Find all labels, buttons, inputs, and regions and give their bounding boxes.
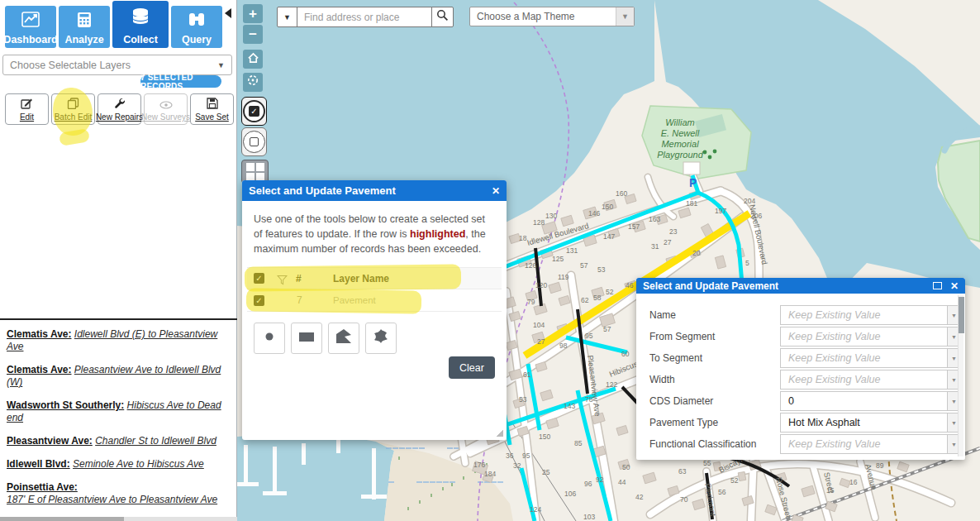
tab-query[interactable]: Query <box>171 6 222 48</box>
sidebar: Dashboard Analyze Collect Query Choose S… <box>0 0 237 521</box>
new-repairs-button[interactable]: New Repairs <box>98 93 141 125</box>
resize-handle[interactable] <box>497 430 503 437</box>
search-button[interactable] <box>431 7 454 27</box>
batch-edit-icon <box>67 98 79 112</box>
street-link[interactable]: Pleasantview Ave: Chandler St to Idlewel… <box>7 435 232 447</box>
svg-text:106: 106 <box>564 490 576 498</box>
horizontal-scrollbar[interactable] <box>0 517 237 521</box>
svg-text:146: 146 <box>588 209 600 217</box>
svg-text:Memorial: Memorial <box>661 139 699 149</box>
svg-text:32: 32 <box>513 461 521 470</box>
square-icon <box>250 137 259 146</box>
map-theme-value: Choose a Map Theme <box>477 11 575 22</box>
freehand-tool-icon <box>372 327 390 349</box>
field-row: Functional ClassificationKeep Existing V… <box>636 433 965 455</box>
svg-text:126: 126 <box>525 261 536 270</box>
select-mode-button[interactable]: ✓ <box>241 97 267 126</box>
vertical-scrollbar[interactable] <box>958 295 963 456</box>
svg-text:61: 61 <box>523 370 531 379</box>
search-icon <box>436 9 449 25</box>
dialog-header[interactable]: Select and Update Pavement ✕ <box>242 180 507 201</box>
svg-text:157: 157 <box>628 222 640 231</box>
point-select-tool[interactable] <box>254 323 285 354</box>
field-input[interactable]: Hot Mix Asphalt <box>780 413 948 433</box>
record-count: 7 <box>297 294 302 306</box>
field-input[interactable]: Keep Existing Value <box>780 434 948 454</box>
rectangle-select-button[interactable] <box>241 127 267 156</box>
field-input[interactable]: Keep Existing Value <box>780 305 948 325</box>
count-column-header: # <box>296 273 302 284</box>
svg-text:44: 44 <box>618 478 626 486</box>
calculator-icon <box>59 12 110 28</box>
field-input[interactable]: Keep Existing Value <box>780 327 948 347</box>
svg-text:53: 53 <box>597 265 606 274</box>
checked-checkbox-icon[interactable]: ✓ <box>254 295 264 306</box>
chevron-down-icon: ▼ <box>217 61 225 69</box>
search-input[interactable] <box>297 7 432 27</box>
rectangle-select-tool[interactable] <box>291 323 322 354</box>
field-row: From SegmentKeep Existing Value▼ <box>636 326 965 347</box>
svg-text:23: 23 <box>669 227 678 236</box>
close-icon[interactable]: ✕ <box>492 185 500 197</box>
svg-text:52: 52 <box>606 288 614 296</box>
selected-records-badge: 7 SELECTED RECORDS <box>140 75 221 88</box>
layers-dropdown-placeholder: Choose Selectable Layers <box>10 60 131 71</box>
filter-icon[interactable] <box>277 274 288 289</box>
field-input[interactable]: Keep Existing Value <box>780 370 948 390</box>
home-button[interactable] <box>243 50 263 69</box>
svg-text:89: 89 <box>876 461 884 470</box>
svg-text:36: 36 <box>506 452 514 460</box>
wrench-icon <box>114 98 126 112</box>
dialog-header[interactable]: Select and Update Pavement ✕ <box>636 278 965 294</box>
svg-text:P: P <box>689 176 697 189</box>
field-label: Pavement Type <box>649 417 718 428</box>
binoculars-icon <box>171 12 222 27</box>
eye-icon <box>159 98 173 112</box>
svg-text:184: 184 <box>484 470 496 478</box>
layer-table-header: ✓ # Layer Name <box>247 267 502 289</box>
save-set-button[interactable]: Save Set <box>190 93 234 125</box>
collapse-panel-icon[interactable] <box>225 8 231 18</box>
svg-text:63: 63 <box>678 467 687 476</box>
app-window: 1601501461301281815716318119720420614723… <box>0 0 980 521</box>
layer-table-row-pavement[interactable]: ✓ 7 Pavement <box>247 289 502 312</box>
svg-text:57: 57 <box>603 325 611 333</box>
svg-text:128: 128 <box>533 218 545 227</box>
svg-text:William: William <box>665 117 694 127</box>
street-link[interactable]: Poinsettia Ave: 187' E of Pleasantview A… <box>7 481 232 506</box>
edit-button[interactable]: Edit <box>5 93 49 125</box>
svg-text:125: 125 <box>552 255 564 263</box>
tab-collect[interactable]: Collect <box>112 1 169 48</box>
close-icon[interactable]: ✕ <box>950 280 959 292</box>
polygon-select-tool[interactable] <box>328 323 359 354</box>
maximize-icon[interactable] <box>933 282 942 289</box>
field-row: CDS Diameter0▼ <box>636 390 965 412</box>
map-theme-select[interactable]: Choose a Map Theme ▼ <box>469 7 635 26</box>
svg-text:27: 27 <box>664 238 672 246</box>
locate-button[interactable] <box>243 73 263 92</box>
zoom-in-button[interactable]: + <box>243 4 263 23</box>
street-link[interactable]: Idlewell Blvd: Seminole Ave to Hibiscus … <box>7 458 232 471</box>
field-input[interactable]: Keep Existing Value <box>780 348 948 368</box>
field-input[interactable]: 0 <box>780 391 948 411</box>
home-icon <box>247 51 259 68</box>
search-source-caret[interactable]: ▼ <box>277 7 297 27</box>
street-link[interactable]: Wadsworth St Southerly: Hibiscus Ave to … <box>7 399 232 424</box>
svg-text:70: 70 <box>680 495 688 504</box>
street-link[interactable]: Clematis Ave: Idlewell Blvd (E) to Pleas… <box>7 328 232 353</box>
freehand-select-tool[interactable] <box>365 323 397 354</box>
street-link[interactable]: Clematis Ave: Pleasantview Ave to Idlewe… <box>7 364 232 389</box>
rectangle-tool-icon <box>297 327 316 349</box>
field-label: Width <box>649 374 675 385</box>
update-pavement-dialog: Select and Update Pavement ✕ NameKeep Ex… <box>636 278 965 460</box>
zoom-out-button[interactable]: − <box>243 25 263 44</box>
point-tool-icon <box>260 327 278 349</box>
tab-dashboard[interactable]: Dashboard <box>5 6 56 48</box>
layer-name: Pavement <box>333 295 376 305</box>
checked-checkbox-icon[interactable]: ✓ <box>254 273 264 284</box>
clear-button[interactable]: Clear <box>449 356 495 379</box>
tab-analyze[interactable]: Analyze <box>59 6 110 48</box>
floppy-icon <box>207 98 218 112</box>
svg-text:197: 197 <box>715 207 726 215</box>
batch-edit-button[interactable]: Batch Edit <box>51 93 95 125</box>
